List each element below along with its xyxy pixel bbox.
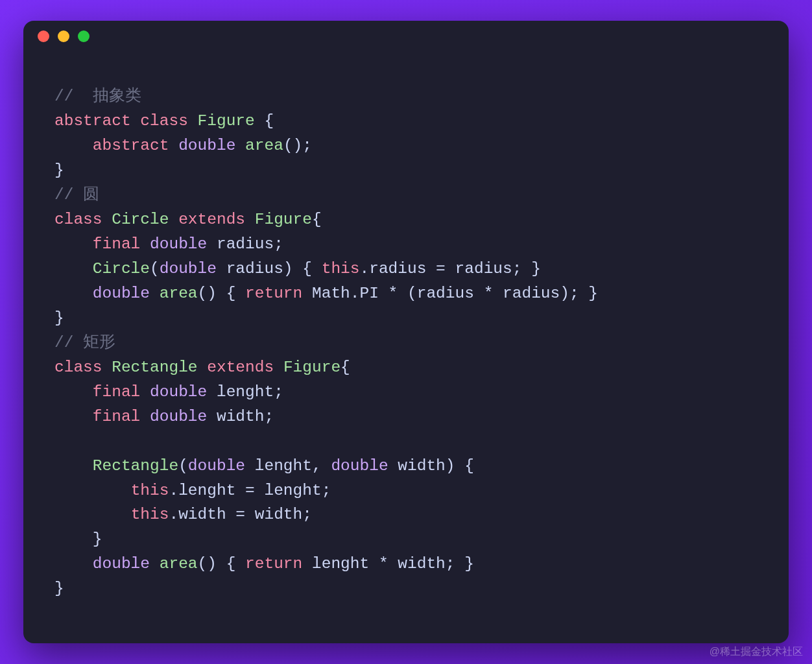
code-method: area bbox=[160, 285, 198, 302]
code-punc: } bbox=[54, 309, 64, 327]
code-window: // 抽象类 abstract class Figure { abstract … bbox=[23, 21, 789, 643]
code-indent bbox=[54, 530, 93, 548]
code-keyword: extends bbox=[207, 359, 274, 376]
minimize-icon[interactable] bbox=[58, 30, 69, 42]
code-keyword: return bbox=[245, 555, 302, 573]
code-indent bbox=[54, 506, 131, 523]
code-text: .radius = radius; } bbox=[360, 260, 541, 278]
code-text: lenght; bbox=[207, 383, 283, 401]
code-ctor: Rectangle bbox=[93, 457, 178, 475]
code-indent bbox=[54, 457, 93, 475]
code-text: radius) { bbox=[217, 260, 322, 278]
code-type: double bbox=[160, 260, 217, 278]
code-keyword: extends bbox=[178, 211, 245, 228]
close-icon[interactable] bbox=[38, 30, 49, 42]
code-keyword: final bbox=[93, 235, 141, 253]
code-comment: // 矩形 bbox=[54, 334, 115, 351]
code-indent bbox=[54, 383, 93, 401]
code-classname: Circle bbox=[112, 211, 169, 228]
code-this: this bbox=[322, 260, 360, 278]
watermark: @稀土掘金技术社区 bbox=[710, 645, 803, 659]
code-comment: // 抽象类 bbox=[54, 88, 141, 105]
code-type: double bbox=[93, 285, 150, 302]
code-text: lenght * width; } bbox=[302, 555, 474, 573]
code-punc: { bbox=[312, 211, 322, 228]
code-method: area bbox=[160, 555, 198, 573]
code-this: this bbox=[131, 482, 169, 499]
code-text: width) { bbox=[388, 457, 474, 475]
code-punc: { bbox=[255, 112, 274, 130]
code-indent bbox=[54, 408, 93, 425]
code-block: // 抽象类 abstract class Figure { abstract … bbox=[23, 52, 789, 627]
code-keyword: class bbox=[54, 359, 102, 376]
code-comment: // 圆 bbox=[54, 186, 99, 204]
code-type: double bbox=[188, 457, 245, 475]
code-this: this bbox=[131, 506, 169, 523]
code-method: area bbox=[245, 137, 283, 154]
code-text: .width = width; bbox=[169, 506, 312, 523]
code-text: radius; bbox=[207, 235, 283, 253]
code-punc: } bbox=[54, 161, 64, 179]
code-punc: ( bbox=[150, 260, 160, 278]
code-classname: Figure bbox=[283, 359, 340, 376]
code-type: double bbox=[150, 408, 207, 425]
code-ctor: Circle bbox=[93, 260, 150, 278]
code-keyword: abstract bbox=[93, 137, 169, 154]
code-type: double bbox=[150, 235, 207, 253]
maximize-icon[interactable] bbox=[78, 30, 90, 42]
code-classname: Figure bbox=[255, 211, 312, 228]
code-punc: { bbox=[340, 359, 350, 376]
code-text: Math.PI * (radius * radius); } bbox=[302, 285, 598, 302]
code-indent bbox=[54, 285, 93, 302]
code-indent bbox=[54, 235, 93, 253]
code-keyword: final bbox=[93, 383, 141, 401]
window-titlebar bbox=[23, 21, 789, 52]
code-punc: () { bbox=[198, 555, 246, 573]
code-keyword: class bbox=[54, 211, 102, 228]
code-indent bbox=[54, 260, 93, 278]
code-type: double bbox=[331, 457, 388, 475]
code-indent bbox=[54, 137, 93, 154]
code-text: width; bbox=[207, 408, 274, 425]
code-punc: } bbox=[93, 530, 102, 548]
code-classname: Figure bbox=[198, 112, 255, 130]
code-keyword: class bbox=[140, 112, 188, 130]
code-text: lenght, bbox=[245, 457, 331, 475]
code-punc: () { bbox=[198, 285, 246, 302]
code-punc: } bbox=[54, 580, 64, 597]
code-keyword: abstract bbox=[54, 112, 131, 130]
code-keyword: return bbox=[245, 285, 302, 302]
code-indent bbox=[54, 482, 131, 499]
code-type: double bbox=[93, 555, 150, 573]
code-type: double bbox=[150, 383, 207, 401]
code-text: .lenght = lenght; bbox=[169, 482, 331, 499]
code-keyword: final bbox=[93, 408, 141, 425]
code-punc: (); bbox=[283, 137, 312, 154]
code-indent bbox=[54, 555, 93, 573]
code-punc: ( bbox=[178, 457, 188, 475]
code-type: double bbox=[178, 137, 235, 154]
code-classname: Rectangle bbox=[112, 359, 197, 376]
